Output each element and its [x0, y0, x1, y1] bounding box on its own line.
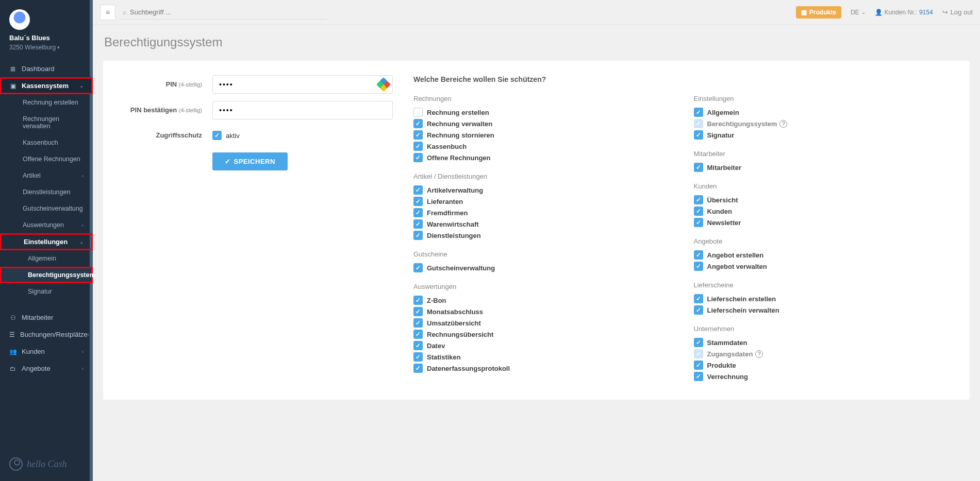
- checkbox[interactable]: [413, 142, 423, 151]
- checkbox[interactable]: [413, 364, 423, 373]
- check-label: Monatsabschluss: [427, 308, 483, 316]
- checkbox[interactable]: [413, 352, 423, 362]
- check-row: Angebot erstellen: [694, 250, 954, 260]
- nav-sub-rechnungen-verwalten[interactable]: Rechnungen verwalten: [0, 111, 93, 134]
- check-label: Berechtigungssystem: [707, 120, 777, 128]
- nav-sub-dienstleistungen[interactable]: Dienstleistungen: [0, 184, 93, 200]
- nav-sub-offene-rechnungen[interactable]: Offene Rechnungen: [0, 151, 93, 167]
- check-row: Rechnung erstellen: [413, 108, 673, 117]
- checkbox[interactable]: [694, 108, 703, 117]
- help-icon[interactable]: ?: [755, 350, 763, 358]
- nav-sub-rechnung-erstellen[interactable]: Rechnung erstellen: [0, 94, 93, 111]
- users-icon: 👥: [9, 348, 16, 355]
- nav-settings-signatur[interactable]: Signatur: [0, 283, 93, 300]
- group-title: Angebote: [694, 237, 954, 245]
- nav-dashboard[interactable]: ⊞ Dashboard: [0, 60, 93, 77]
- checkbox[interactable]: [694, 250, 703, 260]
- checkbox[interactable]: [413, 185, 423, 195]
- save-button[interactable]: ✓ SPEICHERN: [212, 152, 288, 170]
- checkbox[interactable]: [694, 305, 703, 315]
- checkbox[interactable]: [694, 207, 703, 216]
- checkbox[interactable]: [413, 341, 423, 350]
- pin-confirm-label: PIN bestätigen (4-stellig): [120, 106, 212, 115]
- checkbox[interactable]: [694, 195, 703, 204]
- nav-mitarbeiter[interactable]: ⚇ Mitarbeiter: [0, 309, 93, 326]
- nav-sub-kassenbuch[interactable]: Kassenbuch: [0, 134, 93, 151]
- nav-kunden[interactable]: 👥 Kunden ‹: [0, 343, 93, 360]
- protect-col-left: RechnungenRechnung erstellenRechnung ver…: [413, 95, 673, 383]
- protect-col-right: EinstellungenAllgemeinBerechtigungssyste…: [694, 95, 954, 383]
- topbar-right: ▦ Produkte DE ⌄ 👤 Kunden Nr.: 9154 ↪ Log…: [796, 6, 973, 19]
- checkbox[interactable]: [694, 338, 703, 347]
- profile-location[interactable]: 3250 Wieselburg▾: [9, 44, 84, 51]
- checkbox[interactable]: [694, 294, 703, 303]
- nav-settings-berechtigungssystem[interactable]: Berechtigungssystem: [0, 267, 93, 283]
- pin-input[interactable]: [212, 75, 393, 94]
- group-title: Lieferscheine: [694, 281, 954, 289]
- avatar[interactable]: [9, 9, 30, 30]
- check-label: Kunden: [707, 208, 732, 215]
- checkbox[interactable]: [413, 263, 423, 272]
- check-row: Übersicht: [694, 195, 954, 204]
- checkbox[interactable]: [413, 219, 423, 229]
- checkbox[interactable]: [413, 153, 423, 162]
- checkbox[interactable]: [413, 330, 423, 339]
- grid-icon: ▦: [801, 9, 807, 16]
- logo-mark-icon: [9, 457, 23, 471]
- nav-sub-auswertungen[interactable]: Auswertungen‹: [0, 217, 93, 233]
- checkbox[interactable]: [413, 197, 423, 206]
- help-icon[interactable]: ?: [779, 120, 787, 128]
- nav-sub-gutscheinverwaltung[interactable]: Gutscheinverwaltung: [0, 200, 93, 217]
- nav: ⊞ Dashboard ▣ Kassensystem ⌄ Rechnung er…: [0, 60, 93, 377]
- checkbox[interactable]: [413, 296, 423, 305]
- check-label: Statistiken: [427, 353, 461, 361]
- check-label: Z-Bon: [427, 297, 446, 304]
- logout-button[interactable]: ↪ Log out: [942, 8, 973, 16]
- checkbox[interactable]: [413, 231, 423, 240]
- checkbox: [694, 119, 703, 128]
- group-title: Unternehmen: [694, 325, 954, 333]
- nav-kassensystem[interactable]: ▣ Kassensystem ⌄: [0, 77, 93, 94]
- check-row: Kunden: [694, 207, 954, 216]
- pin-confirm-input[interactable]: [212, 101, 393, 119]
- checkbox[interactable]: [413, 108, 423, 117]
- logo: hello Cash: [0, 447, 93, 481]
- check-row: Lieferschein erstellen: [694, 294, 954, 303]
- group-title: Einstellungen: [694, 95, 954, 102]
- checkbox[interactable]: [413, 130, 423, 140]
- checkbox[interactable]: [694, 360, 703, 370]
- chevron-left-icon: ‹: [82, 366, 84, 371]
- nav-angebote[interactable]: 🗀 Angebote ‹: [0, 360, 93, 377]
- page: Berechtigungssystem PIN (4-stellig): [93, 25, 980, 410]
- language-selector[interactable]: DE ⌄: [851, 9, 866, 16]
- group-title: Artikel / Dienstleistungen: [413, 173, 673, 180]
- checkbox[interactable]: [694, 130, 703, 140]
- form-row-access: Zugriffsschutz aktiv: [120, 131, 393, 140]
- checkbox[interactable]: [413, 119, 423, 128]
- search[interactable]: ⌕: [121, 5, 327, 20]
- profile-name: Balu´s Blues: [9, 34, 84, 42]
- checkbox[interactable]: [413, 318, 423, 328]
- check-row: Newsletter: [694, 218, 954, 227]
- checkbox[interactable]: [694, 372, 703, 381]
- nav-settings-allgemein[interactable]: Allgemein: [0, 250, 93, 267]
- nav-buchungen[interactable]: ☰ Buchungen/Restplätze ‹: [0, 326, 93, 343]
- hamburger-button[interactable]: ≡: [100, 5, 115, 20]
- check-row: Rechnung stornieren: [413, 130, 673, 140]
- checkbox[interactable]: [694, 262, 703, 271]
- check-label: Mitarbeiter: [707, 164, 741, 171]
- checkbox[interactable]: [413, 307, 423, 316]
- briefcase-icon: 🗀: [9, 365, 16, 372]
- chevron-down-icon: ⌄: [79, 83, 84, 89]
- check-label: Produkte: [707, 362, 736, 369]
- checkbox[interactable]: [413, 208, 423, 217]
- aktiv-checkbox[interactable]: [212, 131, 222, 140]
- checkbox[interactable]: [694, 163, 703, 172]
- search-input[interactable]: [130, 8, 325, 16]
- check-label: Datev: [427, 342, 445, 350]
- produkte-button[interactable]: ▦ Produkte: [796, 6, 841, 19]
- nav-sub-artikel[interactable]: Artikel‹: [0, 167, 93, 184]
- checkbox[interactable]: [694, 218, 703, 227]
- check-label: Übersicht: [707, 196, 738, 204]
- nav-einstellungen[interactable]: Einstellungen ⌄: [0, 233, 93, 250]
